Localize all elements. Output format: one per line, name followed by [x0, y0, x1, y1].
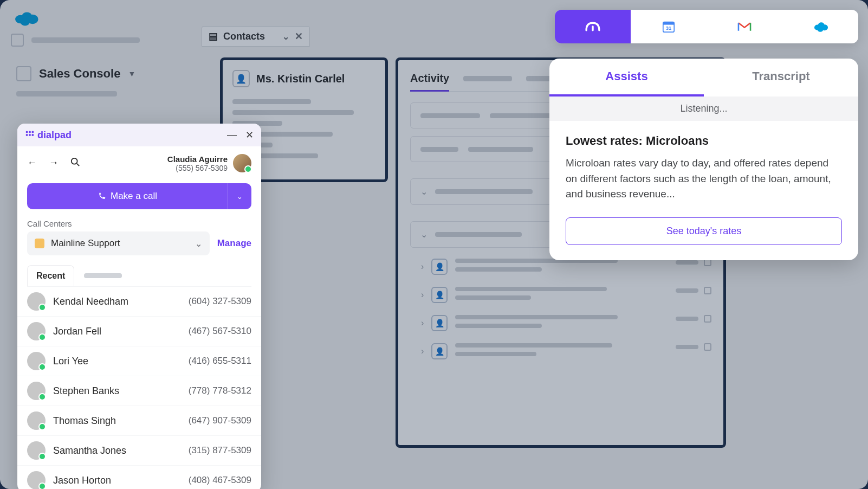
svg-point-3: [21, 18, 30, 26]
recent-call-row[interactable]: Kendal Needham(604) 327-5309: [17, 287, 261, 317]
make-call-button[interactable]: Make a call: [27, 183, 228, 209]
tab-assists[interactable]: Assists: [549, 59, 704, 96]
svg-point-13: [26, 131, 28, 133]
avatar: [27, 382, 46, 400]
integration-gmail[interactable]: [707, 10, 782, 43]
activity-item[interactable]: ›👤: [421, 259, 711, 276]
recent-call-row[interactable]: Stephen Banks(778) 778-5312: [17, 376, 261, 406]
make-call-dropdown[interactable]: ⌄: [228, 183, 251, 209]
tab-recent[interactable]: Recent: [27, 265, 74, 286]
call-centers-label: Call Centers: [17, 209, 261, 231]
manage-link[interactable]: Manage: [217, 238, 251, 249]
person-icon: 👤: [232, 70, 250, 87]
dp-current-user[interactable]: Claudia Aguirre (555) 567-5309: [167, 154, 251, 172]
recent-call-row[interactable]: Jordan Fell(467) 567-5310: [17, 317, 261, 346]
recent-calls-list: Kendal Needham(604) 327-5309 Jordan Fell…: [17, 287, 261, 489]
svg-point-15: [31, 131, 34, 133]
assist-card-body: Microloan rates vary day to day, and off…: [566, 156, 842, 202]
see-rates-button[interactable]: See today's rates: [566, 217, 842, 245]
tab-activity[interactable]: Activity: [410, 72, 449, 92]
sf-tab-contacts[interactable]: ▤ Contacts ⌄ ✕: [202, 26, 310, 47]
salesforce-logo: [12, 8, 40, 27]
recent-call-row[interactable]: Samantha Jones(315) 877-5309: [17, 436, 261, 466]
chevron-down-icon[interactable]: ⌄: [282, 31, 289, 42]
dialpad-widget: dialpad — ✕ ← → Claudia Aguirre (555) 56…: [17, 124, 261, 489]
integration-google-calendar[interactable]: 31: [631, 10, 707, 43]
svg-line-20: [77, 163, 80, 166]
dp-titlebar: dialpad — ✕: [17, 124, 261, 146]
call-center-selector[interactable]: Mainline Support ⌄: [27, 231, 210, 255]
avatar: [27, 471, 46, 489]
sf-app-name: Sales Console: [39, 67, 120, 81]
recent-call-row[interactable]: Thomas Singh(647) 907-5309: [17, 406, 261, 436]
dialpad-logo: dialpad: [25, 130, 72, 141]
forward-icon[interactable]: →: [49, 157, 59, 170]
folder-icon: [35, 239, 44, 248]
avatar: [233, 154, 251, 172]
contact-icon: ▤: [209, 30, 218, 42]
svg-point-12: [817, 27, 823, 31]
avatar: [27, 322, 46, 340]
integration-dialpad-ai[interactable]: [555, 10, 631, 43]
search-icon[interactable]: [70, 157, 80, 170]
avatar: [27, 411, 46, 430]
ai-status: Listening...: [549, 96, 858, 121]
chevron-down-icon: ▼: [128, 69, 135, 78]
svg-rect-6: [663, 22, 674, 25]
sf-tab-label: Contacts: [223, 31, 265, 42]
close-icon[interactable]: ✕: [295, 30, 303, 42]
svg-point-16: [26, 134, 28, 136]
tab-transcript[interactable]: Transcript: [704, 59, 858, 96]
avatar: [27, 352, 46, 370]
sf-app-switcher[interactable]: Sales Console ▼: [16, 66, 135, 81]
integration-bar: 31: [555, 10, 858, 43]
sf-left-placeholder: [16, 91, 184, 104]
activity-item[interactable]: ›👤: [421, 343, 711, 361]
svg-point-18: [31, 134, 34, 136]
user-phone: (555) 567-5309: [167, 164, 228, 172]
minimize-icon[interactable]: —: [227, 129, 237, 141]
activity-item[interactable]: ›👤: [421, 315, 711, 332]
close-icon[interactable]: ✕: [245, 129, 254, 141]
avatar: [27, 292, 46, 311]
recent-call-row[interactable]: Jason Horton(408) 467-5309: [17, 466, 261, 489]
activity-item[interactable]: ›👤: [421, 287, 711, 304]
svg-point-14: [29, 131, 31, 133]
svg-text:31: 31: [666, 25, 671, 31]
recent-call-row[interactable]: Lori Yee(416) 655-5311: [17, 346, 261, 376]
svg-point-17: [29, 134, 31, 136]
svg-point-19: [72, 158, 77, 164]
contact-name: Ms. Kristin Carlel: [256, 73, 345, 85]
user-name: Claudia Aguirre: [167, 155, 228, 164]
assist-card-title: Lowest rates: Microloans: [566, 134, 842, 148]
selected-call-center: Mainline Support: [51, 238, 120, 249]
ai-assist-panel: Assists Transcript Listening... Lowest r…: [549, 59, 858, 260]
chevron-down-icon: ⌄: [195, 239, 202, 249]
avatar: [27, 441, 46, 460]
integration-salesforce[interactable]: [782, 10, 858, 43]
back-icon[interactable]: ←: [27, 157, 37, 170]
